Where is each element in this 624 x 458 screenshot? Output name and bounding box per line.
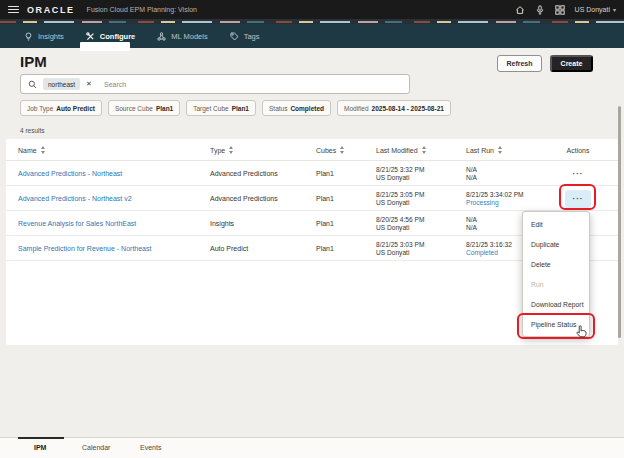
row-cubes: Plan1 <box>316 211 371 236</box>
search-icon <box>28 80 37 89</box>
row-last-modified: 8/21/25 3:32 PMUS Donyati <box>376 161 464 186</box>
sort-icon <box>340 146 344 154</box>
microphone-icon[interactable] <box>535 4 546 15</box>
close-icon[interactable]: ✕ <box>86 80 92 88</box>
row-last-modified: 8/21/25 3:03 PMUS Donyati <box>376 236 464 261</box>
tag-icon <box>230 32 239 41</box>
sort-icon <box>41 146 45 154</box>
row-actions-ellipsis-active[interactable]: ··· <box>565 190 591 208</box>
row-last-modified: 8/20/25 4:56 PMUS Donyati <box>376 211 464 236</box>
user-menu[interactable]: US Donyati ▾ <box>575 6 616 13</box>
search-placeholder: Search <box>104 81 126 88</box>
active-tab-indicator <box>80 42 130 51</box>
filter-job-type[interactable]: Job Type Auto Predict <box>20 100 102 116</box>
row-cubes: Plan1 <box>316 186 371 211</box>
page-title: IPM <box>20 53 47 70</box>
app-grid-icon[interactable] <box>555 4 566 15</box>
column-header-actions: Actions <box>558 139 598 161</box>
status-completed: Completed <box>466 249 498 257</box>
row-name-link[interactable]: Revenue Analysis for Sales NorthEast <box>18 220 136 227</box>
app-title: Fusion Cloud EPM Planning: Vision <box>87 6 197 13</box>
row-actions-ellipsis-icon[interactable]: ··· <box>573 169 584 178</box>
refresh-button[interactable]: Refresh <box>497 55 542 72</box>
sort-icon <box>229 146 233 154</box>
column-header-name[interactable]: Name <box>18 139 203 161</box>
column-header-cubes[interactable]: Cubes <box>316 139 371 161</box>
bottom-tab-bar: IPM Calendar Events <box>0 437 624 458</box>
row-name-link[interactable]: Advanced Predictions - Northeast <box>18 170 122 177</box>
row-type: Insights <box>210 211 310 236</box>
sort-icon <box>422 146 426 154</box>
filter-status[interactable]: Status Completed <box>262 100 331 116</box>
search-term-chip[interactable]: northeast <box>43 78 80 90</box>
tab-label: Tags <box>244 32 260 41</box>
filter-chip-row: Job Type Auto Predict Source Cube Plan1 … <box>20 100 451 116</box>
menu-item-delete[interactable]: Delete <box>523 254 589 274</box>
tab-label: Configure <box>100 32 135 41</box>
model-network-icon <box>157 32 166 41</box>
filter-source-cube[interactable]: Source Cube Plan1 <box>108 100 180 116</box>
table-row: Advanced Predictions - Northeast v2 Adva… <box>6 186 618 211</box>
footer-tab-ipm[interactable]: IPM <box>34 444 46 451</box>
results-count: 4 results <box>20 127 45 134</box>
caret-down-icon: ▾ <box>613 6 616 13</box>
column-header-last-run[interactable]: Last Run <box>466 139 558 161</box>
lightbulb-icon <box>24 32 33 41</box>
row-type: Advanced Predictions <box>210 161 310 186</box>
row-name-link[interactable]: Advanced Predictions - Northeast v2 <box>18 195 132 202</box>
nav-tab-bar: Insights Configure ML Models Tags <box>0 24 624 48</box>
filter-target-cube[interactable]: Target Cube Plan1 <box>186 100 256 116</box>
home-icon[interactable] <box>515 4 526 15</box>
table-row: Advanced Predictions - Northeast Advance… <box>6 161 618 186</box>
app-window: ORACLE Fusion Cloud EPM Planning: Vision… <box>0 0 624 458</box>
row-last-modified: 8/21/25 3:05 PMUS Donyati <box>376 186 464 211</box>
search-input[interactable]: northeast ✕ Search <box>20 74 410 94</box>
menu-item-edit[interactable]: Edit <box>523 214 589 234</box>
vertical-scrollbar[interactable] <box>618 106 621 338</box>
hamburger-menu-icon[interactable] <box>8 6 19 14</box>
sort-icon <box>498 146 502 154</box>
tools-icon <box>86 32 95 41</box>
menu-item-download-report[interactable]: Download Report <box>523 294 589 314</box>
top-bar-actions: US Donyati ▾ <box>515 4 616 15</box>
cursor-hand-icon <box>576 324 587 342</box>
row-name-link[interactable]: Sample Prediction for Revenue - Northeas… <box>18 245 151 252</box>
active-footer-tab-indicator <box>18 437 64 439</box>
ellipsis-icon: ··· <box>573 194 584 203</box>
oracle-logo: ORACLE <box>27 5 75 15</box>
tab-ml-models[interactable]: ML Models <box>157 24 207 48</box>
footer-tab-calendar[interactable]: Calendar <box>82 444 110 451</box>
tab-label: Insights <box>38 32 64 41</box>
tab-insights[interactable]: Insights <box>24 24 64 48</box>
row-type: Auto Predict <box>210 236 310 261</box>
tab-label: ML Models <box>171 32 207 41</box>
column-header-last-modified[interactable]: Last Modified <box>376 139 464 161</box>
table-header-row: Name Type Cubes Last Modified Last Run A… <box>6 139 618 161</box>
menu-item-run: Run <box>523 274 589 294</box>
row-last-run: N/AN/A <box>466 161 558 186</box>
create-button[interactable]: Create <box>550 55 593 72</box>
row-last-run: 8/21/25 3:34:02 PMProcessing <box>466 186 558 211</box>
status-processing: Processing <box>466 199 499 207</box>
filter-modified[interactable]: Modified 2025-08-14 - 2025-08-21 <box>337 100 451 116</box>
row-cubes: Plan1 <box>316 161 371 186</box>
user-name: US Donyati <box>575 6 610 13</box>
row-type: Advanced Predictions <box>210 186 310 211</box>
menu-item-duplicate[interactable]: Duplicate <box>523 234 589 254</box>
row-actions-menu: Edit Duplicate Delete Run Download Repor… <box>522 211 590 337</box>
top-bar: ORACLE Fusion Cloud EPM Planning: Vision… <box>0 0 624 19</box>
column-header-type[interactable]: Type <box>210 139 310 161</box>
footer-tab-events[interactable]: Events <box>140 444 161 451</box>
tab-tags[interactable]: Tags <box>230 24 260 48</box>
row-cubes: Plan1 <box>316 236 371 261</box>
